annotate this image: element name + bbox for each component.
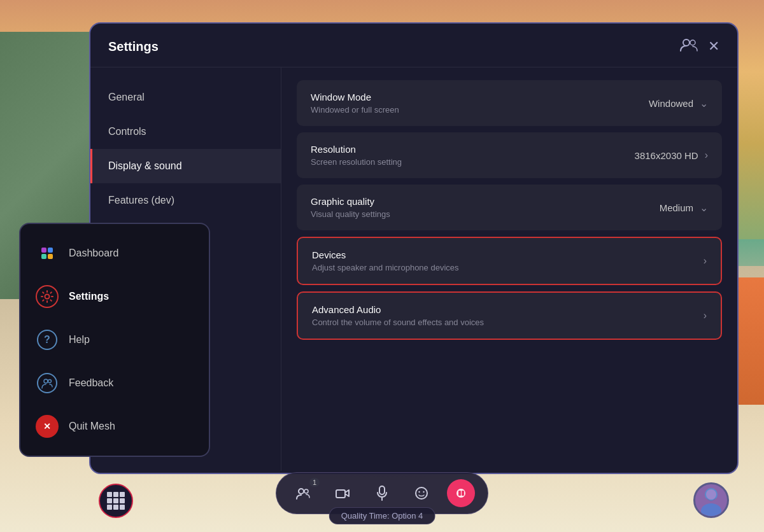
svg-point-5 bbox=[299, 489, 304, 494]
setting-name-graphic-quality: Graphic quality bbox=[311, 196, 390, 207]
menu-label-help: Help bbox=[69, 334, 90, 346]
emoji-button[interactable] bbox=[407, 479, 435, 507]
setting-desc-window-mode: Windowed or full screen bbox=[311, 105, 399, 115]
sidebar-item-general[interactable]: General bbox=[90, 80, 281, 115]
feedback-icon bbox=[36, 372, 59, 395]
setting-value-window-mode: Windowed bbox=[649, 98, 693, 109]
sidebar-label-general: General bbox=[108, 92, 145, 103]
svg-point-12 bbox=[423, 491, 424, 493]
settings-title: Settings bbox=[108, 39, 159, 54]
setting-desc-devices: Adjust speaker and microphone devices bbox=[312, 263, 459, 272]
overlay-menu: Dashboard Settings ? Help bbox=[19, 223, 210, 457]
quality-label: Quality Time: Option 4 bbox=[341, 511, 423, 521]
setting-desc-advanced-audio: Control the volume of sound effects and … bbox=[312, 318, 484, 327]
grid-dot bbox=[107, 505, 112, 510]
titlebar-icons: ✕ bbox=[680, 38, 719, 55]
svg-rect-15 bbox=[462, 491, 464, 496]
setting-name-advanced-audio: Advanced Audio bbox=[312, 304, 484, 315]
setting-name-devices: Devices bbox=[312, 249, 459, 260]
menu-item-help[interactable]: ? Help bbox=[20, 318, 209, 361]
sidebar-label-display-sound: Display & sound bbox=[108, 160, 182, 172]
menu-label-feedback: Feedback bbox=[69, 377, 113, 389]
dash-square-3 bbox=[41, 254, 46, 259]
profile-icon[interactable] bbox=[680, 38, 698, 55]
svg-point-10 bbox=[416, 487, 427, 499]
grid-dot bbox=[113, 492, 118, 497]
setting-row-graphic-quality[interactable]: Graphic quality Visual quality settings … bbox=[297, 185, 722, 230]
sidebar-label-features-dev: Features (dev) bbox=[108, 195, 174, 206]
setting-row-devices[interactable]: Devices Adjust speaker and microphone de… bbox=[297, 237, 722, 285]
chevron-right-icon-devices: › bbox=[704, 255, 707, 267]
grid-dot bbox=[113, 498, 118, 503]
chevron-down-icon-2: ⌄ bbox=[700, 202, 708, 214]
svg-point-6 bbox=[304, 489, 308, 493]
dash-square-2 bbox=[48, 248, 53, 253]
chevron-right-icon-advanced-audio: › bbox=[704, 310, 707, 321]
svg-point-0 bbox=[683, 39, 690, 46]
svg-point-3 bbox=[44, 379, 48, 383]
sidebar-item-display-sound[interactable]: Display & sound bbox=[90, 149, 281, 183]
svg-point-11 bbox=[418, 491, 420, 493]
setting-value-resolution: 3816x2030 HD bbox=[635, 150, 698, 161]
help-icon: ? bbox=[36, 328, 59, 351]
setting-name-window-mode: Window Mode bbox=[311, 92, 399, 102]
svg-point-4 bbox=[48, 380, 52, 383]
feedback-people-icon bbox=[37, 373, 57, 393]
camera-button[interactable] bbox=[329, 479, 357, 507]
settings-titlebar: Settings ✕ bbox=[90, 24, 737, 67]
svg-rect-8 bbox=[379, 486, 385, 494]
grid-dot bbox=[113, 505, 118, 510]
svg-point-17 bbox=[701, 503, 721, 516]
grid-dot bbox=[107, 492, 112, 497]
setting-desc-graphic-quality: Visual quality settings bbox=[311, 209, 390, 219]
grid-dot bbox=[120, 498, 125, 503]
grid-dot bbox=[120, 505, 125, 510]
svg-point-1 bbox=[690, 40, 695, 45]
settings-content: Window Mode Windowed or full screen Wind… bbox=[281, 67, 737, 471]
setting-row-advanced-audio[interactable]: Advanced Audio Control the volume of sou… bbox=[297, 291, 722, 340]
menu-item-settings[interactable]: Settings bbox=[20, 275, 209, 318]
svg-point-2 bbox=[45, 295, 50, 299]
chevron-right-icon: › bbox=[705, 150, 708, 161]
dash-square-4 bbox=[48, 254, 53, 259]
menu-item-feedback[interactable]: Feedback bbox=[20, 361, 209, 405]
settings-gear-icon bbox=[36, 285, 59, 308]
menu-label-settings: Settings bbox=[69, 291, 109, 302]
setting-value-graphic-quality: Medium bbox=[660, 202, 693, 213]
setting-name-resolution: Resolution bbox=[311, 144, 402, 155]
chevron-down-icon: ⌄ bbox=[700, 97, 708, 109]
grid-dot bbox=[107, 498, 112, 503]
people-button[interactable]: 1 bbox=[289, 479, 317, 507]
setting-row-window-mode[interactable]: Window Mode Windowed or full screen Wind… bbox=[297, 80, 722, 126]
people-count: 1 bbox=[309, 478, 320, 487]
dashboard-icon bbox=[36, 242, 59, 265]
svg-rect-7 bbox=[336, 490, 345, 498]
dash-square-1 bbox=[41, 248, 46, 253]
sidebar-item-features-dev[interactable]: Features (dev) bbox=[90, 183, 281, 218]
setting-desc-resolution: Screen resolution setting bbox=[311, 157, 402, 167]
grid-dot bbox=[120, 492, 125, 497]
menu-item-dashboard[interactable]: Dashboard bbox=[20, 232, 209, 275]
close-button[interactable]: ✕ bbox=[708, 39, 719, 53]
sidebar-label-controls: Controls bbox=[108, 126, 146, 137]
svg-point-18 bbox=[706, 489, 716, 500]
menu-label-dashboard: Dashboard bbox=[69, 248, 118, 259]
quit-icon: ✕ bbox=[36, 415, 59, 438]
help-question-icon: ? bbox=[37, 330, 57, 350]
setting-row-resolution[interactable]: Resolution Screen resolution setting 381… bbox=[297, 132, 722, 178]
svg-rect-14 bbox=[458, 491, 461, 496]
avatar-button[interactable] bbox=[693, 482, 729, 518]
record-button[interactable] bbox=[447, 479, 475, 507]
menu-item-quit[interactable]: ✕ Quit Mesh bbox=[20, 405, 209, 448]
quality-pill: Quality Time: Option 4 bbox=[329, 507, 435, 524]
grid-icon bbox=[107, 492, 125, 510]
grid-apps-button[interactable] bbox=[99, 484, 133, 518]
menu-label-quit: Quit Mesh bbox=[69, 421, 115, 432]
microphone-button[interactable] bbox=[368, 479, 396, 507]
sidebar-item-controls[interactable]: Controls bbox=[90, 115, 281, 149]
